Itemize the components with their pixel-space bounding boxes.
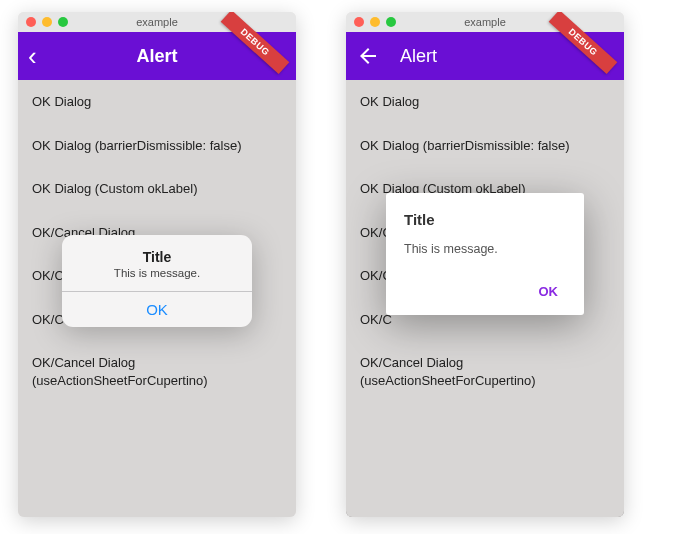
list-item[interactable]: OK/Cancel Dialog (useActionSheetForCuper… [346, 341, 624, 402]
window-title: example [18, 16, 296, 28]
ok-button[interactable]: OK [62, 291, 252, 327]
app-content: OK Dialog OK Dialog (barrierDismissible:… [18, 80, 296, 517]
list-item[interactable]: OK Dialog (barrierDismissible: false) [18, 124, 296, 168]
list-item[interactable]: OK Dialog (barrierDismissible: false) [346, 124, 624, 168]
alert-title: Title [404, 211, 566, 228]
alert-message: This is message. [72, 267, 242, 279]
page-title: Alert [400, 46, 437, 67]
list-item[interactable]: OK Dialog (Custom okLabel) [18, 167, 296, 211]
mac-titlebar: example [18, 12, 296, 32]
mac-titlebar: example [346, 12, 624, 32]
alert-body: Title This is message. [62, 235, 252, 291]
back-icon[interactable] [356, 44, 380, 68]
alert-actions: OK [404, 278, 566, 305]
ok-button[interactable]: OK [531, 278, 567, 305]
window-title: example [346, 16, 624, 28]
material-alert: Title This is message. OK [386, 193, 584, 315]
alert-title: Title [72, 249, 242, 265]
alert-message: This is message. [404, 242, 566, 256]
ios-window: example ‹ Alert DEBUG OK Dialog OK Dialo… [18, 12, 296, 517]
list-item[interactable]: OK Dialog [18, 80, 296, 124]
list-item[interactable]: OK/Cancel Dialog (useActionSheetForCuper… [18, 341, 296, 402]
android-window: example Alert DEBUG OK Dialog OK Dialog … [346, 12, 624, 517]
cupertino-alert: Title This is message. OK [62, 235, 252, 327]
list-item[interactable]: OK Dialog [346, 80, 624, 124]
